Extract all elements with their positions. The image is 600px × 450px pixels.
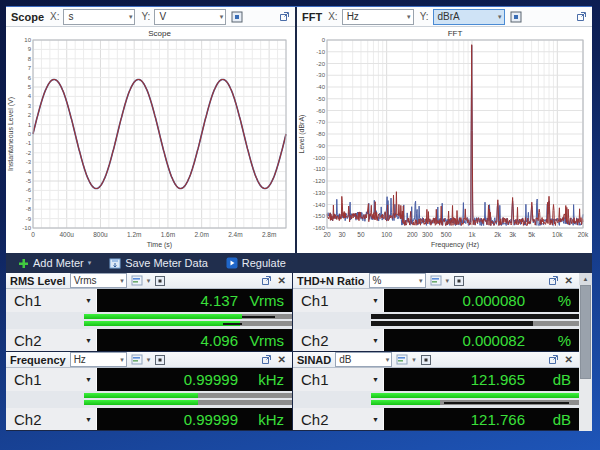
level-bar-ch2 [371,321,579,326]
channel-selector[interactable]: Ch1 ▼ [293,368,384,391]
save-meter-data-button[interactable]: Save Meter Data [101,254,216,272]
svg-text:Level (dBrA): Level (dBrA) [298,115,306,154]
meters-scrollbar[interactable]: ▲ [579,273,592,431]
svg-text:-100: -100 [313,155,326,161]
svg-text:3: 3 [28,103,32,109]
svg-text:20: 20 [323,231,331,238]
fft-chart-area: 0-10-20-30-40-50-60-70-80-90-100-110-120… [297,27,592,253]
scope-chart: -10-9-8-7-6-5-4-3-2-10123456789100400u80… [6,27,293,252]
level-bar-ch1 [371,314,579,319]
chevron-down-icon: ▾ [498,13,502,21]
channel-selector[interactable]: Ch2 ▼ [6,329,97,351]
svg-text:-20: -20 [316,61,325,67]
channel-unit: kHz [238,411,284,428]
meter-settings-icon[interactable] [453,275,465,287]
popout-icon[interactable] [576,11,587,22]
level-bar-ch1 [84,393,292,398]
svg-text:50: 50 [357,231,365,238]
add-meter-button[interactable]: Add Meter ▾ [10,254,99,272]
scope-settings-icon[interactable] [230,10,244,24]
close-icon[interactable]: ✕ [563,275,575,286]
channel-row: Ch2 ▼ 4.096 Vrms [6,329,292,351]
chevron-down-icon: ▼ [372,376,379,383]
popout-icon[interactable] [548,354,559,365]
meter-display-mode-icon[interactable] [131,354,143,365]
channel-value: 0.000080 [462,292,525,309]
level-bars [293,312,579,329]
fft-y-unit-select[interactable]: dBrA▾ [433,9,505,25]
channel-selector[interactable]: Ch1 ▼ [293,289,384,312]
svg-text:-6: -6 [26,187,32,193]
meter-unit-select[interactable]: dB▾ [335,352,392,367]
chevron-down-icon: ▾ [419,277,423,285]
fft-settings-icon[interactable] [509,10,523,24]
meter-settings-icon[interactable] [420,354,432,366]
scrollbar-thumb[interactable] [580,285,591,379]
svg-text:Time (s): Time (s) [147,241,172,249]
svg-text:Scope: Scope [148,29,171,38]
meter-unit-select[interactable]: Vrms▾ [70,273,127,288]
svg-text:-70: -70 [316,119,325,125]
meter-body: Ch1 ▼ 0.000080 % Ch2 ▼ 0.000082 % [293,289,579,351]
popout-icon[interactable] [261,275,272,286]
channel-value: 0.000082 [462,332,525,349]
close-icon[interactable]: ✕ [276,275,288,286]
fft-x-unit-select[interactable]: Hz▾ [342,9,414,25]
svg-text:1: 1 [28,122,32,128]
meter-unit-select[interactable]: Hz▾ [70,352,127,367]
popout-icon[interactable] [279,11,290,22]
svg-text:-7: -7 [26,197,32,203]
channel-selector[interactable]: Ch2 ▼ [293,329,384,351]
fft-y-label: Y: [420,11,429,22]
svg-text:10: 10 [24,37,31,43]
meter-display-mode-icon[interactable] [396,354,408,365]
popout-icon[interactable] [548,275,559,286]
regulate-button[interactable]: Regulate [218,254,294,272]
meter-title: SINAD [297,354,331,366]
svg-text:3k: 3k [509,231,517,238]
meter-title: Frequency [10,354,66,366]
scroll-up-icon[interactable]: ▲ [579,273,592,285]
close-icon[interactable]: ✕ [563,354,575,365]
meter-settings-icon[interactable] [154,354,166,366]
popout-icon[interactable] [261,354,272,365]
scope-y-unit-select[interactable]: V▾ [154,9,226,25]
channel-value: 4.137 [200,292,238,309]
meter-header: THD+N Ratio %▾ ▾ ✕ [293,273,579,289]
meter-panel: SINAD dB▾ ▾ ✕ Ch1 ▼ 121.965 dB [293,352,579,430]
svg-text:2.8m: 2.8m [262,231,276,238]
chevron-down-icon: ▼ [372,297,379,304]
fft-panel: FFT X: Hz▾ Y: dBrA▾ 0-10-20-30-40-50-60-… [297,7,592,253]
channel-selector[interactable]: Ch1 ▼ [6,289,97,312]
scope-x-unit-select[interactable]: s▾ [63,9,135,25]
svg-text:-9: -9 [26,216,32,222]
svg-text:1.6m: 1.6m [161,231,175,238]
svg-text:5k: 5k [528,231,536,238]
chevron-down-icon: ▼ [85,337,92,344]
svg-text:0: 0 [31,231,35,238]
chevron-down-icon: ▾ [220,13,224,21]
chevron-down-icon: ▾ [120,356,124,364]
svg-text:5: 5 [28,84,32,90]
channel-selector[interactable]: Ch2 ▼ [6,408,97,430]
channel-value-display: 0.000080 % [384,289,579,312]
channel-value-display: 4.137 Vrms [97,289,292,312]
meter-display-mode-icon[interactable] [131,275,143,286]
svg-text:-140: -140 [313,202,326,208]
channel-value-display: 121.766 dB [384,408,579,430]
channel-selector[interactable]: Ch2 ▼ [293,408,384,430]
scope-panel-title: Scope [11,11,44,23]
channel-value-display: 0.000082 % [384,329,579,351]
meter-display-mode-icon[interactable] [430,275,442,286]
channel-value-display: 4.096 Vrms [97,329,292,351]
channel-row: Ch1 ▼ 0.99999 kHz [6,368,292,391]
close-icon[interactable]: ✕ [276,354,288,365]
channel-selector[interactable]: Ch1 ▼ [6,368,97,391]
chevron-down-icon: ▼ [85,376,92,383]
meter-settings-icon[interactable] [154,275,166,287]
svg-text:-3: -3 [26,159,32,165]
svg-text:-5: -5 [26,178,32,184]
meter-unit-select[interactable]: %▾ [369,273,426,288]
svg-text:0: 0 [28,131,32,137]
svg-text:-50: -50 [316,96,325,102]
